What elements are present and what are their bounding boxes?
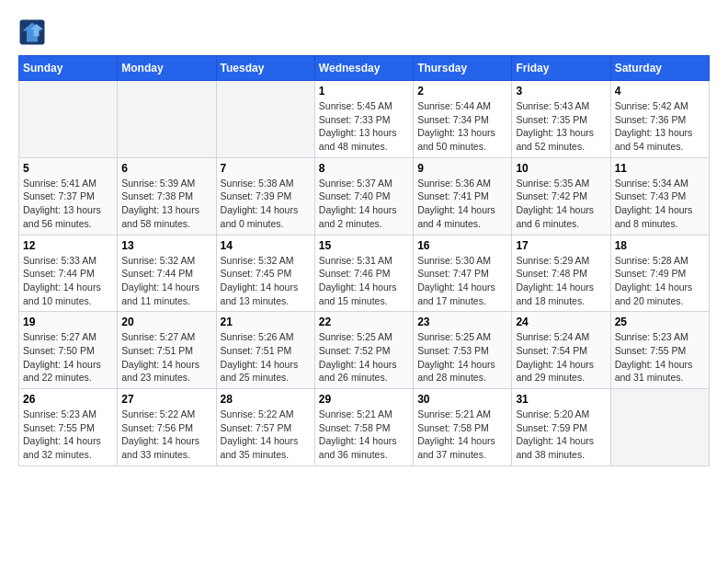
day-number: 26 bbox=[23, 393, 113, 406]
sunrise-text: Sunrise: 5:21 AM bbox=[319, 408, 392, 419]
daylight-text: Daylight: 14 hours and 32 minutes. bbox=[23, 435, 101, 460]
calendar-cell: 13 Sunrise: 5:32 AM Sunset: 7:44 PM Dayl… bbox=[118, 235, 216, 312]
sunset-text: Sunset: 7:56 PM bbox=[121, 422, 193, 433]
sunrise-text: Sunrise: 5:23 AM bbox=[23, 408, 97, 419]
sunrise-text: Sunrise: 5:31 AM bbox=[319, 255, 392, 266]
day-number: 23 bbox=[417, 316, 507, 328]
calendar-cell: 20 Sunrise: 5:27 AM Sunset: 7:51 PM Dayl… bbox=[118, 312, 216, 389]
sunset-text: Sunset: 7:41 PM bbox=[417, 190, 489, 201]
sunset-text: Sunset: 7:35 PM bbox=[516, 114, 587, 125]
sunset-text: Sunset: 7:47 PM bbox=[417, 268, 489, 279]
daylight-text: Daylight: 14 hours and 0 minutes. bbox=[221, 204, 299, 229]
sunrise-text: Sunrise: 5:27 AM bbox=[121, 331, 195, 342]
sunset-text: Sunset: 7:57 PM bbox=[221, 422, 292, 433]
day-number: 20 bbox=[121, 316, 211, 328]
sunset-text: Sunset: 7:46 PM bbox=[319, 268, 391, 279]
day-number: 1 bbox=[319, 85, 409, 98]
day-info: Sunrise: 5:43 AM Sunset: 7:35 PM Dayligh… bbox=[516, 99, 606, 154]
day-info: Sunrise: 5:22 AM Sunset: 7:57 PM Dayligh… bbox=[221, 408, 311, 462]
daylight-text: Daylight: 14 hours and 2 minutes. bbox=[319, 204, 397, 229]
calendar-week: 19 Sunrise: 5:27 AM Sunset: 7:50 PM Dayl… bbox=[19, 312, 710, 389]
sunrise-text: Sunrise: 5:27 AM bbox=[23, 331, 97, 342]
daylight-text: Daylight: 14 hours and 31 minutes. bbox=[615, 359, 693, 384]
sunset-text: Sunset: 7:51 PM bbox=[121, 345, 193, 356]
weekday-header: Monday bbox=[118, 56, 216, 81]
day-number: 18 bbox=[615, 239, 705, 252]
calendar-cell: 29 Sunrise: 5:21 AM Sunset: 7:58 PM Dayl… bbox=[314, 389, 413, 466]
day-info: Sunrise: 5:20 AM Sunset: 7:59 PM Dayligh… bbox=[516, 408, 606, 462]
calendar-cell: 18 Sunrise: 5:28 AM Sunset: 7:49 PM Dayl… bbox=[610, 235, 709, 312]
sunset-text: Sunset: 7:55 PM bbox=[615, 345, 687, 356]
weekday-header: Tuesday bbox=[216, 56, 314, 81]
sunset-text: Sunset: 7:45 PM bbox=[221, 268, 292, 279]
day-info: Sunrise: 5:44 AM Sunset: 7:34 PM Dayligh… bbox=[417, 99, 507, 154]
daylight-text: Daylight: 14 hours and 10 minutes. bbox=[23, 282, 101, 306]
sunset-text: Sunset: 7:52 PM bbox=[319, 345, 391, 356]
day-number: 11 bbox=[615, 162, 705, 175]
calendar-week: 26 Sunrise: 5:23 AM Sunset: 7:55 PM Dayl… bbox=[19, 389, 710, 466]
sunset-text: Sunset: 7:55 PM bbox=[23, 422, 95, 433]
sunset-text: Sunset: 7:50 PM bbox=[23, 345, 95, 356]
sunrise-text: Sunrise: 5:33 AM bbox=[23, 255, 97, 266]
day-info: Sunrise: 5:21 AM Sunset: 7:58 PM Dayligh… bbox=[319, 408, 409, 462]
daylight-text: Daylight: 13 hours and 58 minutes. bbox=[121, 204, 199, 229]
day-number: 6 bbox=[121, 162, 211, 175]
daylight-text: Daylight: 14 hours and 4 minutes. bbox=[417, 204, 495, 229]
sunset-text: Sunset: 7:53 PM bbox=[417, 345, 489, 356]
sunset-text: Sunset: 7:49 PM bbox=[615, 268, 687, 279]
day-info: Sunrise: 5:26 AM Sunset: 7:51 PM Dayligh… bbox=[221, 330, 311, 385]
calendar-cell: 15 Sunrise: 5:31 AM Sunset: 7:46 PM Dayl… bbox=[314, 235, 413, 312]
sunrise-text: Sunrise: 5:45 AM bbox=[319, 100, 392, 111]
calendar-week: 1 Sunrise: 5:45 AM Sunset: 7:33 PM Dayli… bbox=[19, 81, 710, 158]
day-info: Sunrise: 5:36 AM Sunset: 7:41 PM Dayligh… bbox=[417, 177, 507, 231]
sunrise-text: Sunrise: 5:39 AM bbox=[121, 178, 195, 189]
daylight-text: Daylight: 14 hours and 15 minutes. bbox=[319, 282, 397, 306]
daylight-text: Daylight: 14 hours and 25 minutes. bbox=[221, 359, 299, 384]
sunset-text: Sunset: 7:34 PM bbox=[417, 114, 489, 125]
day-info: Sunrise: 5:25 AM Sunset: 7:52 PM Dayligh… bbox=[319, 330, 409, 385]
day-info: Sunrise: 5:33 AM Sunset: 7:44 PM Dayligh… bbox=[23, 254, 113, 308]
day-number: 31 bbox=[516, 393, 606, 406]
sunset-text: Sunset: 7:42 PM bbox=[516, 190, 587, 201]
sunset-text: Sunset: 7:44 PM bbox=[23, 268, 95, 279]
daylight-text: Daylight: 13 hours and 48 minutes. bbox=[319, 127, 397, 152]
day-number: 27 bbox=[121, 393, 211, 406]
daylight-text: Daylight: 13 hours and 56 minutes. bbox=[23, 204, 101, 229]
sunset-text: Sunset: 7:59 PM bbox=[516, 422, 587, 433]
weekday-header: Saturday bbox=[610, 56, 709, 81]
calendar-cell: 25 Sunrise: 5:23 AM Sunset: 7:55 PM Dayl… bbox=[610, 312, 709, 389]
calendar-week: 12 Sunrise: 5:33 AM Sunset: 7:44 PM Dayl… bbox=[19, 235, 710, 312]
day-number: 8 bbox=[319, 162, 409, 175]
weekday-header: Thursday bbox=[414, 56, 512, 81]
sunrise-text: Sunrise: 5:22 AM bbox=[121, 408, 195, 419]
logo-icon bbox=[18, 18, 46, 46]
day-number: 9 bbox=[417, 162, 507, 175]
sunset-text: Sunset: 7:58 PM bbox=[417, 422, 489, 433]
daylight-text: Daylight: 14 hours and 29 minutes. bbox=[516, 359, 594, 384]
logo bbox=[18, 18, 50, 46]
daylight-text: Daylight: 14 hours and 23 minutes. bbox=[121, 359, 199, 384]
sunset-text: Sunset: 7:33 PM bbox=[319, 114, 391, 125]
daylight-text: Daylight: 14 hours and 35 minutes. bbox=[221, 435, 299, 460]
calendar-cell: 10 Sunrise: 5:35 AM Sunset: 7:42 PM Dayl… bbox=[512, 157, 610, 235]
day-number: 12 bbox=[23, 239, 113, 252]
day-number: 25 bbox=[615, 316, 705, 328]
daylight-text: Daylight: 14 hours and 11 minutes. bbox=[121, 282, 199, 306]
calendar-cell: 1 Sunrise: 5:45 AM Sunset: 7:33 PM Dayli… bbox=[314, 81, 413, 158]
day-info: Sunrise: 5:27 AM Sunset: 7:51 PM Dayligh… bbox=[121, 330, 211, 385]
sunset-text: Sunset: 7:40 PM bbox=[319, 190, 391, 201]
calendar-cell bbox=[610, 389, 709, 466]
sunrise-text: Sunrise: 5:37 AM bbox=[319, 178, 392, 189]
calendar-cell: 22 Sunrise: 5:25 AM Sunset: 7:52 PM Dayl… bbox=[314, 312, 413, 389]
day-info: Sunrise: 5:41 AM Sunset: 7:37 PM Dayligh… bbox=[23, 177, 113, 231]
day-info: Sunrise: 5:23 AM Sunset: 7:55 PM Dayligh… bbox=[615, 330, 705, 385]
calendar-cell: 24 Sunrise: 5:24 AM Sunset: 7:54 PM Dayl… bbox=[512, 312, 610, 389]
day-info: Sunrise: 5:31 AM Sunset: 7:46 PM Dayligh… bbox=[319, 254, 409, 308]
calendar-cell: 9 Sunrise: 5:36 AM Sunset: 7:41 PM Dayli… bbox=[414, 157, 512, 235]
day-number: 3 bbox=[516, 85, 606, 98]
day-number: 4 bbox=[615, 85, 705, 98]
daylight-text: Daylight: 14 hours and 13 minutes. bbox=[221, 282, 299, 306]
calendar-table: SundayMondayTuesdayWednesdayThursdayFrid… bbox=[18, 55, 710, 466]
day-number: 17 bbox=[516, 239, 606, 252]
weekday-header: Wednesday bbox=[314, 56, 413, 81]
